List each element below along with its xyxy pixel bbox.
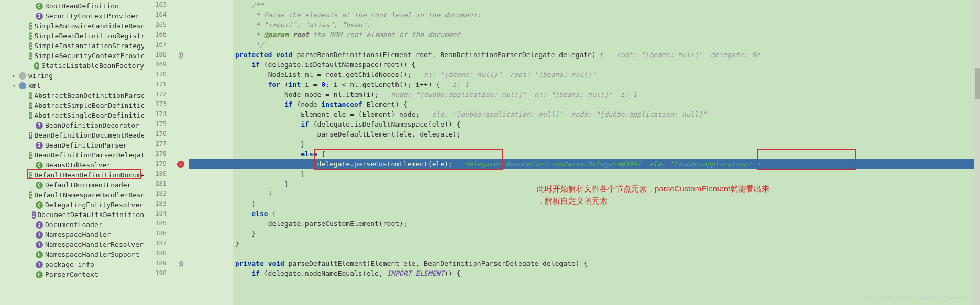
- line-number[interactable]: 176: [144, 129, 167, 139]
- code-line[interactable]: }: [233, 169, 974, 179]
- tree-item[interactable]: CDefaultBeanDefinitionDocumentReader: [0, 170, 144, 180]
- override-marker-icon[interactable]: @: [179, 259, 183, 268]
- gutter-marker-cell[interactable]: [173, 268, 189, 278]
- gutter-marker-cell[interactable]: @: [173, 258, 189, 268]
- line-number[interactable]: 177: [144, 139, 167, 149]
- gutter-marker-cell[interactable]: [173, 60, 189, 70]
- gutter-marker-cell[interactable]: [173, 219, 189, 229]
- line-number[interactable]: 182: [144, 189, 167, 199]
- gutter-marker-cell[interactable]: [173, 139, 189, 149]
- project-tree-sidebar[interactable]: CRootBeanDefinitionISecurityContextProvi…: [0, 0, 144, 305]
- gutter-marker-cell[interactable]: [173, 119, 189, 129]
- code-line[interactable]: delegate.parseCustomElement(ele); delega…: [233, 159, 974, 169]
- tree-item[interactable]: ISecurityContextProvider: [0, 11, 144, 21]
- tree-item[interactable]: CSimpleAutowireCandidateResolver: [0, 21, 144, 31]
- tree-item[interactable]: INamespaceHandler: [0, 230, 144, 240]
- line-number[interactable]: 184: [144, 209, 167, 219]
- line-number[interactable]: 190: [144, 268, 167, 278]
- code-line[interactable]: if (node instanceof Element) {: [233, 99, 974, 109]
- line-number[interactable]: 174: [144, 109, 167, 119]
- line-number[interactable]: 180: [144, 169, 167, 179]
- code-line[interactable]: /**: [233, 0, 974, 10]
- code-line[interactable]: else {: [233, 209, 974, 219]
- line-number[interactable]: 165: [144, 20, 167, 30]
- line-number[interactable]: 185: [144, 219, 167, 229]
- tree-item[interactable]: ▸wiring: [0, 71, 144, 81]
- code-line[interactable]: for (int i = 0; i < nl.getLength(); i++)…: [233, 80, 974, 89]
- line-number[interactable]: 170: [144, 70, 167, 80]
- gutter-marker-column[interactable]: @✓@: [173, 0, 189, 305]
- line-number[interactable]: 171: [144, 80, 167, 89]
- line-number[interactable]: 166: [144, 30, 167, 40]
- code-line[interactable]: Element ele = (Element) node; ele: "[dub…: [233, 109, 974, 119]
- code-line[interactable]: private void parseDefaultElement(Element…: [233, 258, 974, 268]
- line-number[interactable]: 179: [144, 159, 167, 169]
- code-line[interactable]: else {: [233, 149, 974, 159]
- line-number[interactable]: 187: [144, 239, 167, 248]
- code-line[interactable]: parseDefaultElement(ele, delegate);: [233, 129, 974, 139]
- tree-toggle-icon[interactable]: ▾: [13, 83, 19, 88]
- tree-item[interactable]: CDefaultNamespaceHandlerResolver: [0, 190, 144, 200]
- tree-item[interactable]: CParserContext: [0, 269, 144, 279]
- code-editor[interactable]: /** * Parse the elements at the root lev…: [233, 0, 974, 305]
- tree-item[interactable]: CSimpleBeanDefinitionRegistry: [0, 31, 144, 41]
- gutter-marker-cell[interactable]: [173, 0, 189, 10]
- gutter-marker-cell[interactable]: [173, 129, 189, 139]
- code-line[interactable]: if (delegate.nodeNameEquals(ele, IMPORT_…: [233, 268, 974, 278]
- tree-item[interactable]: IBeanDefinitionDocumentReader: [0, 130, 144, 140]
- tree-item[interactable]: CStaticListableBeanFactory: [0, 61, 144, 71]
- code-line[interactable]: if (delegate.isDefaultNamespace(ele)) {: [233, 119, 974, 129]
- gutter-marker-cell[interactable]: [173, 209, 189, 219]
- tree-item[interactable]: CAbstractSingleBeanDefinitionParser: [0, 110, 144, 120]
- tree-item[interactable]: CBeanDefinitionParserDelegate: [0, 150, 144, 160]
- line-number[interactable]: 189: [144, 258, 167, 268]
- code-line[interactable]: [233, 248, 974, 258]
- line-number[interactable]: 173: [144, 99, 167, 109]
- gutter-marker-cell[interactable]: [173, 169, 189, 179]
- tree-item[interactable]: CAbstractSimpleBeanDefinitionParser: [0, 100, 144, 110]
- code-line[interactable]: }: [233, 239, 974, 248]
- tree-item[interactable]: CBeansDtdResolver: [0, 160, 144, 170]
- gutter-marker-cell[interactable]: [173, 99, 189, 109]
- line-number[interactable]: 181: [144, 179, 167, 189]
- line-number[interactable]: 167: [144, 40, 167, 50]
- code-line[interactable]: NodeList nl = root.getChildNodes(); nl: …: [233, 70, 974, 80]
- code-line[interactable]: */: [233, 40, 974, 50]
- code-line[interactable]: }: [233, 139, 974, 149]
- code-line[interactable]: }: [233, 229, 974, 239]
- code-line[interactable]: * Parse the elements at the root level i…: [233, 10, 974, 20]
- code-line[interactable]: if (delegate.isDefaultNamespace(root)) {: [233, 60, 974, 70]
- tree-item[interactable]: CNamespaceHandlerSupport: [0, 250, 144, 259]
- line-number[interactable]: 175: [144, 119, 167, 129]
- gutter-marker-cell[interactable]: [173, 229, 189, 239]
- tree-item[interactable]: IDocumentDefaultsDefinition: [0, 210, 144, 220]
- code-line[interactable]: Node node = nl.item(i); node: "[dubbo:ap…: [233, 89, 974, 99]
- tree-item[interactable]: INamespaceHandlerResolver: [0, 240, 144, 250]
- line-number[interactable]: 164: [144, 10, 167, 20]
- override-marker-icon[interactable]: @: [179, 51, 183, 59]
- gutter-marker-cell[interactable]: [173, 80, 189, 89]
- tree-item[interactable]: CSimpleInstantiationStrategy: [0, 41, 144, 51]
- gutter-marker-cell[interactable]: [173, 248, 189, 258]
- tree-item[interactable]: CSimpleSecurityContextProvider: [0, 51, 144, 61]
- line-number[interactable]: 168: [144, 50, 167, 60]
- tree-toggle-icon[interactable]: ▸: [13, 73, 19, 78]
- gutter-marker-cell[interactable]: [173, 149, 189, 159]
- gutter-marker-cell[interactable]: [173, 89, 189, 99]
- tree-item[interactable]: IBeanDefinitionParser: [0, 140, 144, 150]
- tree-item[interactable]: CDefaultDocumentLoader: [0, 180, 144, 190]
- code-line[interactable]: * "import", "alias", "bean".: [233, 20, 974, 30]
- line-number[interactable]: 169: [144, 60, 167, 70]
- scrollbar-thumb[interactable]: [975, 68, 980, 99]
- line-number[interactable]: 188: [144, 248, 167, 258]
- breakpoint-icon[interactable]: ✓: [177, 161, 184, 168]
- line-number[interactable]: 186: [144, 229, 167, 239]
- tree-item[interactable]: Ipackage-info: [0, 259, 144, 269]
- gutter-marker-cell[interactable]: [173, 109, 189, 119]
- gutter-marker-cell[interactable]: [173, 179, 189, 189]
- tree-item[interactable]: CRootBeanDefinition: [0, 1, 144, 11]
- gutter-marker-cell[interactable]: @: [173, 50, 189, 60]
- code-line[interactable]: protected void parseBeanDefinitions(Elem…: [233, 50, 974, 60]
- tree-item[interactable]: CAbstractBeanDefinitionParser: [0, 91, 144, 100]
- line-number[interactable]: 178: [144, 149, 167, 159]
